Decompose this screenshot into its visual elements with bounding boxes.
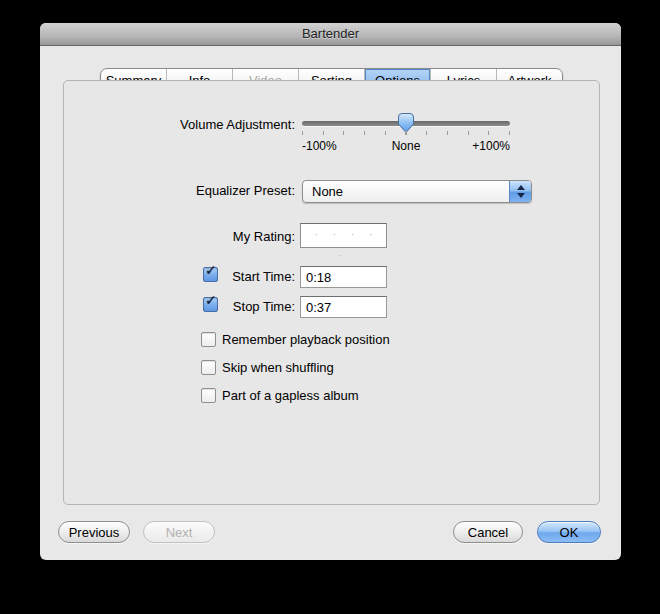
skip-when-shuffling-checkbox[interactable]: [201, 360, 216, 375]
down-arrow-icon: [517, 193, 525, 198]
cancel-button[interactable]: Cancel: [453, 521, 523, 543]
remember-playback-position-checkbox[interactable]: [201, 332, 216, 347]
titlebar[interactable]: Bartender: [40, 23, 621, 46]
start-time-label: Start Time:: [80, 269, 295, 284]
slider-tick-marks: [302, 131, 511, 135]
next-button[interactable]: Next: [143, 521, 215, 543]
window-title: Bartender: [302, 26, 359, 41]
popup-cap: [509, 181, 531, 202]
my-rating-label: My Rating:: [80, 229, 295, 244]
skip-when-shuffling-label: Skip when shuffling: [222, 360, 334, 375]
part-of-gapless-album-label: Part of a gapless album: [222, 388, 359, 403]
slider-mid-label: None: [370, 139, 442, 153]
previous-button[interactable]: Previous: [58, 521, 130, 543]
stop-time-input[interactable]: [300, 296, 387, 318]
slider-min-label: -100%: [302, 139, 337, 153]
stop-time-label: Stop Time:: [80, 299, 295, 314]
get-info-window: Bartender Summary Info Video Sorting Opt…: [40, 23, 621, 560]
slider-max-label: +100%: [438, 139, 510, 153]
part-of-gapless-album-checkbox[interactable]: [201, 388, 216, 403]
my-rating-field[interactable]: · · · · ·: [300, 223, 387, 248]
volume-adjustment-label: Volume Adjustment:: [80, 117, 295, 132]
equalizer-preset-label: Equalizer Preset:: [80, 183, 295, 198]
remember-playback-position-label: Remember playback position: [222, 332, 390, 347]
up-arrow-icon: [517, 185, 525, 190]
ok-button[interactable]: OK: [537, 521, 601, 543]
equalizer-preset-value: None: [312, 181, 343, 202]
start-time-input[interactable]: [300, 266, 387, 288]
equalizer-preset-popup[interactable]: None: [302, 180, 532, 203]
